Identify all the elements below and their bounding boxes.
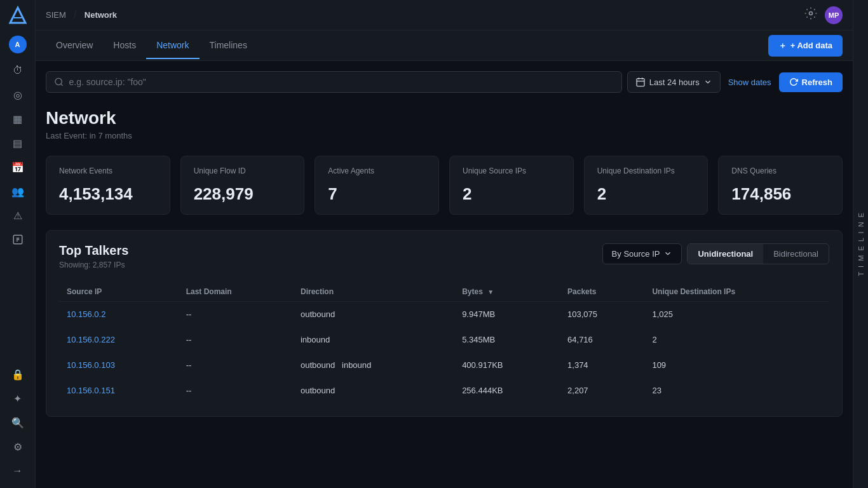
stat-value-unique-flow: 228,979 xyxy=(194,184,292,204)
stats-grid: Network Events 4,153,134 Unique Flow ID … xyxy=(46,156,843,215)
table-row: 10.156.0.2 -- outbound 9.947MB 103,075 1… xyxy=(59,301,829,327)
stat-card-network-events: Network Events 4,153,134 xyxy=(46,156,170,215)
col-unique-dest-ips: Unique Destination IPs xyxy=(644,282,829,302)
row2-source-ip[interactable]: 10.156.0.222 xyxy=(59,327,179,352)
table-row: 10.156.0.222 -- inbound 5.345MB 64,716 2 xyxy=(59,327,829,352)
col-direction: Direction xyxy=(293,282,454,302)
row3-unique-dest-ips: 109 xyxy=(644,352,829,377)
stat-value-unique-dest-ips: 2 xyxy=(597,184,695,204)
refresh-button[interactable]: Refresh xyxy=(779,72,843,92)
row4-last-domain: -- xyxy=(179,377,293,403)
row2-bytes: 5.345MB xyxy=(454,327,560,352)
top-talkers-controls: By Source IP Unidirectional Bidirectiona… xyxy=(602,243,829,264)
sidebar-icon-arrow[interactable]: → xyxy=(8,461,28,481)
sidebar-icon-alert[interactable]: ⚠ xyxy=(8,205,28,226)
svg-rect-9 xyxy=(637,79,644,86)
sidebar-icon-users[interactable]: 👥 xyxy=(8,181,28,201)
search-input[interactable] xyxy=(69,77,614,87)
svg-line-8 xyxy=(61,84,63,86)
app-logo[interactable] xyxy=(8,5,28,25)
sidebar-icon-gear[interactable]: ⚙ xyxy=(8,437,28,457)
row1-packets: 103,075 xyxy=(560,301,644,327)
row3-bytes: 400.917KB xyxy=(454,352,560,377)
top-talkers-table: Source IP Last Domain Direction Bytes ▼ … xyxy=(59,282,829,403)
row1-last-domain: -- xyxy=(179,301,293,327)
row4-source-ip[interactable]: 10.156.0.151 xyxy=(59,377,179,403)
direction-toggle: Unidirectional Bidirectional xyxy=(687,243,829,264)
page-heading: Network Last Event: in 7 months xyxy=(46,108,843,140)
svg-marker-0 xyxy=(10,8,25,23)
user-avatar[interactable]: MP xyxy=(825,6,843,24)
row1-source-ip[interactable]: 10.156.0.2 xyxy=(59,301,179,327)
sidebar-user-avatar[interactable]: A xyxy=(9,36,27,53)
stat-label-unique-dest-ips: Unique Destination IPs xyxy=(597,166,695,177)
table-header-row: Source IP Last Domain Direction Bytes ▼ … xyxy=(59,282,829,302)
sidebar: A ⏱ ◎ ▦ ▤ 📅 👥 ⚠ 🔒 ✦ 🔍 ⚙ → xyxy=(0,0,36,488)
col-source-ip: Source IP xyxy=(59,282,179,302)
time-picker[interactable]: Last 24 hours xyxy=(627,71,721,93)
timeline-label[interactable]: T I M E L I N E xyxy=(855,207,867,281)
nav-tabs: Overview Hosts Network Timelines ＋ + Add… xyxy=(36,30,853,61)
top-talkers-section: Top Talkers Showing: 2,857 IPs By Source… xyxy=(46,230,843,417)
sidebar-icon-list[interactable]: ▤ xyxy=(8,133,28,153)
stat-label-unique-source-ips: Unique Source IPs xyxy=(463,166,560,177)
table-body: 10.156.0.2 -- outbound 9.947MB 103,075 1… xyxy=(59,301,829,403)
sidebar-icon-integrations[interactable]: ✦ xyxy=(8,388,28,409)
col-last-domain: Last Domain xyxy=(179,282,293,302)
by-source-dropdown[interactable]: By Source IP xyxy=(602,243,682,264)
stat-value-active-agents: 7 xyxy=(328,184,426,204)
row2-direction: inbound xyxy=(293,327,454,352)
sidebar-icon-rules[interactable] xyxy=(8,229,28,250)
top-talkers-title-wrap: Top Talkers Showing: 2,857 IPs xyxy=(59,243,128,269)
row2-last-domain: -- xyxy=(179,327,293,352)
chevron-down-icon xyxy=(663,249,672,258)
stat-label-unique-flow: Unique Flow ID xyxy=(194,166,292,177)
top-talkers-subtitle: Showing: 2,857 IPs xyxy=(59,261,128,269)
show-dates-button[interactable]: Show dates xyxy=(726,72,774,92)
stat-label-dns-queries: DNS Queries xyxy=(731,166,829,177)
row3-source-ip[interactable]: 10.156.0.103 xyxy=(59,352,179,377)
add-data-button[interactable]: ＋ + Add data xyxy=(768,35,843,57)
row2-unique-dest-ips: 2 xyxy=(644,327,829,352)
row4-packets: 2,207 xyxy=(560,377,644,403)
calendar-icon xyxy=(635,77,646,87)
chevron-down-icon xyxy=(703,78,712,86)
sidebar-icon-lock[interactable]: 🔒 xyxy=(8,364,28,384)
svg-point-6 xyxy=(810,12,813,15)
tab-network[interactable]: Network xyxy=(146,32,199,59)
row1-unique-dest-ips: 1,025 xyxy=(644,301,829,327)
sidebar-icon-overview[interactable]: ◎ xyxy=(8,85,28,105)
topbar: SIEM / Network MP xyxy=(36,0,853,30)
table-head: Source IP Last Domain Direction Bytes ▼ … xyxy=(59,282,829,302)
tab-overview[interactable]: Overview xyxy=(46,32,103,59)
settings-icon[interactable] xyxy=(804,7,817,23)
sidebar-icon-calendar[interactable]: 📅 xyxy=(8,157,28,177)
row3-direction: outbound inbound xyxy=(293,352,454,377)
stat-label-network-events: Network Events xyxy=(59,166,157,177)
page-title: Network xyxy=(46,108,843,128)
topbar-page-title: Network xyxy=(85,10,117,20)
last-event-label: Last Event: in 7 months xyxy=(46,131,843,140)
stat-card-unique-dest-ips: Unique Destination IPs 2 xyxy=(584,156,709,215)
stat-value-network-events: 4,153,134 xyxy=(59,184,157,204)
tab-timelines[interactable]: Timelines xyxy=(200,32,257,59)
tab-hosts[interactable]: Hosts xyxy=(103,32,146,59)
bidirectional-button[interactable]: Bidirectional xyxy=(763,244,829,264)
topbar-right: MP xyxy=(804,6,843,24)
sidebar-icon-dashboard[interactable]: ▦ xyxy=(8,109,28,129)
search-bar: Last 24 hours Show dates Refresh xyxy=(46,71,843,93)
col-bytes: Bytes ▼ xyxy=(454,282,560,302)
table-row: 10.156.0.103 -- outbound inbound 400.917… xyxy=(59,352,829,377)
refresh-icon xyxy=(789,78,798,86)
row1-bytes: 9.947MB xyxy=(454,301,560,327)
page-content: Last 24 hours Show dates Refresh Network… xyxy=(36,61,853,488)
sidebar-icon-search[interactable]: 🔍 xyxy=(8,412,28,433)
sidebar-icon-clock[interactable]: ⏱ xyxy=(8,60,28,81)
row1-direction: outbound xyxy=(293,301,454,327)
table-row: 10.156.0.151 -- outbound 256.444KB 2,207… xyxy=(59,377,829,403)
search-input-wrapper[interactable] xyxy=(46,71,622,93)
main-content: SIEM / Network MP Overview Hosts Network… xyxy=(36,0,853,488)
row4-direction: outbound xyxy=(293,377,454,403)
unidirectional-button[interactable]: Unidirectional xyxy=(688,244,763,264)
timeline-sidebar[interactable]: T I M E L I N E xyxy=(853,0,868,488)
